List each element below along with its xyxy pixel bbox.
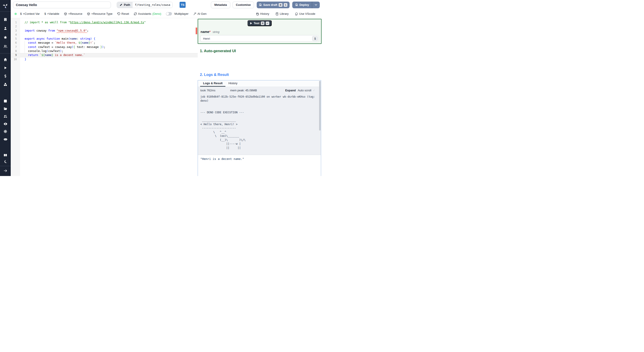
code-line[interactable]: 3import cowsay from "npm:cowsay@1.5.0"; (11, 29, 198, 33)
add-resource-type-button[interactable]: +Resource Type (87, 12, 112, 16)
auto-scroll-toggle[interactable]: Auto scroll (298, 89, 311, 92)
result-value: "Henri is a decent name." (200, 157, 318, 160)
rotate-ccw-icon (117, 12, 120, 16)
schedules-calendar-icon[interactable] (0, 97, 11, 105)
logs-scrollbar[interactable] (319, 81, 321, 154)
field-name: name (200, 30, 209, 34)
arg-name-label: name* string (200, 30, 219, 34)
deploy-button[interactable]: Deploy (292, 2, 312, 8)
assistants-button[interactable]: Assistants (Deno) (134, 12, 161, 16)
save-icon (295, 3, 298, 6)
test-label: Test (254, 22, 260, 25)
expand-button[interactable]: Expand (285, 89, 296, 92)
use-vscode-button[interactable]: Use VScode (295, 12, 315, 16)
dark-mode-moon-icon[interactable] (0, 158, 11, 164)
settings-gear-icon[interactable] (0, 128, 11, 135)
groups-icon[interactable] (0, 43, 11, 50)
add-variable-button[interactable]: $+Variable (44, 12, 60, 16)
code-line[interactable]: 4 (11, 33, 198, 37)
library-button[interactable]: Library (276, 12, 289, 16)
status-dot (14, 13, 17, 15)
add-context-var-button[interactable]: $+Context Var (20, 12, 40, 16)
home-icon[interactable] (0, 56, 11, 63)
deploy-label: Deploy (300, 3, 309, 7)
line-number: 8 (11, 49, 20, 53)
folders-icon[interactable] (0, 105, 11, 112)
sidebar-divider (0, 166, 11, 166)
resources-boxes-icon[interactable] (0, 81, 11, 88)
edit-path-button[interactable]: Path (117, 2, 132, 8)
line-number: 9 (11, 53, 20, 57)
s-key-badge: S (284, 3, 287, 7)
code-line[interactable]: 2 (11, 24, 198, 29)
code-line[interactable]: 7 const cowText = cowsay.say({ text: mes… (11, 45, 198, 49)
expand-sidebar-arrow-icon[interactable] (0, 167, 11, 174)
test-button[interactable]: Test ⌘ ↵ (247, 20, 272, 26)
code-line[interactable]: 9 return `${name} is a decent name.` (11, 53, 198, 57)
windmill-logo-icon[interactable] (0, 2, 11, 10)
add-variable-label: +Variable (47, 12, 59, 16)
assistants-language: (Deno) (152, 12, 161, 16)
user-icon[interactable] (0, 25, 11, 32)
add-resource-button[interactable]: +Resource (64, 12, 82, 16)
runs-play-icon[interactable] (0, 64, 11, 72)
code-line[interactable]: 6 const message = `Hello there, ${name}!… (11, 41, 198, 45)
variable-picker-button[interactable]: $ (312, 36, 318, 41)
history-button[interactable]: History (256, 12, 269, 16)
variables-dollar-icon[interactable] (0, 72, 11, 80)
favorites-star-icon[interactable] (0, 34, 11, 41)
save-draft-label: Save draft (263, 3, 277, 7)
auto-scroll-check-icon: ✓ (313, 89, 315, 92)
code-line[interactable]: 8 console.log(cowText); (11, 49, 198, 53)
dollar-icon: $ (44, 12, 46, 16)
workspace-icon[interactable] (0, 16, 11, 23)
error-marker (196, 28, 197, 34)
script-title-input[interactable] (13, 2, 111, 8)
cmd-key-badge: ⌘ (261, 22, 264, 25)
code-line[interactable]: 10} (11, 57, 198, 61)
history-label: History (260, 12, 269, 16)
pencil-icon (120, 3, 122, 7)
reset-button[interactable]: Reset (117, 12, 129, 16)
auto-generated-ui-heading: 1. Auto-generated UI (200, 49, 236, 53)
dollar-icon: $ (20, 12, 22, 16)
tab-history[interactable]: History (226, 80, 240, 87)
run-meta-row: took 762ms mem peak: 45.08MB Expand Auto… (198, 87, 321, 94)
deploy-dropdown-button[interactable] (312, 2, 320, 8)
workers-robot-icon[interactable] (0, 135, 11, 143)
docs-book-icon[interactable] (0, 152, 11, 158)
name-arg-input[interactable] (200, 35, 319, 42)
use-vscode-label: Use VScode (299, 12, 315, 16)
multiplayer-toggle[interactable] (166, 12, 172, 16)
ai-gen-button[interactable]: AI Gen (193, 12, 206, 16)
path-value[interactable]: f/testing_roles/cowsa (132, 2, 172, 8)
audit-eye-icon[interactable] (0, 120, 11, 128)
save-draft-button[interactable]: Save draft ⌘ S (257, 2, 289, 8)
path-group: Path f/testing_roles/cowsa (117, 2, 173, 8)
code-editor[interactable]: 1// import * as wmill from "https://deno… (11, 18, 198, 176)
deploy-split-button: Deploy (292, 2, 320, 8)
github-icon (295, 12, 298, 16)
test-args-panel: Test ⌘ ↵ name* string $ (198, 19, 322, 44)
metadata-button[interactable]: Metadata (211, 2, 230, 8)
library-label: Library (280, 12, 289, 16)
code-line[interactable]: 5export async function main(name: string… (11, 37, 198, 41)
typescript-badge: TS (180, 2, 186, 8)
mem-peak: mem peak: 45.08MB (230, 89, 257, 92)
package-icon (64, 12, 67, 16)
cmd-key-badge: ⌘ (278, 3, 282, 7)
code-line[interactable]: 1// import * as wmill from "https://deno… (11, 20, 198, 24)
line-number: 10 (11, 57, 20, 61)
run-duration: took 762ms (200, 89, 215, 92)
tab-logs-result[interactable]: Logs & Result (200, 80, 226, 87)
play-icon (250, 22, 252, 25)
ai-gen-label: AI Gen (198, 12, 206, 16)
assistants-label: Assistants (138, 12, 151, 16)
add-resource-label: +Resource (68, 12, 82, 16)
customise-button[interactable]: Customise (232, 2, 254, 8)
line-number: 4 (11, 33, 20, 37)
workers-users-gear-icon[interactable] (0, 112, 11, 120)
line-number: 5 (11, 37, 20, 41)
editor-toolbar: $+Context Var $+Variable +Resource +Reso… (11, 10, 322, 18)
scrollbar-thumb[interactable] (319, 81, 321, 130)
